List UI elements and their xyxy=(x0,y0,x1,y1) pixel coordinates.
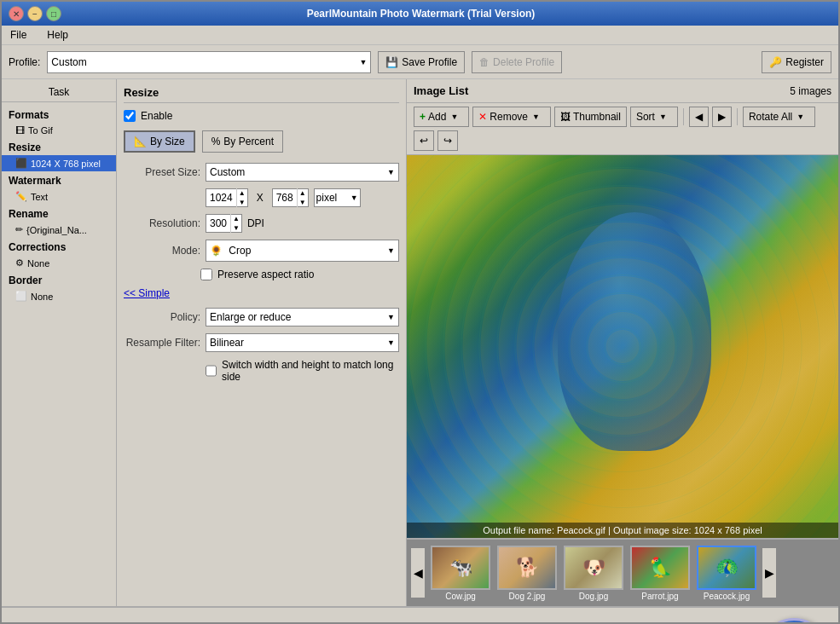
add-dropdown-arrow: ▼ xyxy=(450,113,458,121)
thumb-cow-img: 🐄 xyxy=(431,546,490,590)
section-rename: Rename xyxy=(2,205,116,222)
profile-select[interactable]: Custom ▼ xyxy=(47,51,371,73)
resolution-row: Resolution: 300 ▲ ▼ DPI xyxy=(124,214,399,233)
delete-profile-button[interactable]: 🗑 Delete Profile xyxy=(472,51,562,73)
switch-row: Switch width and height to match long si… xyxy=(124,359,399,383)
unit-dropdown-arrow: ▼ xyxy=(350,194,358,202)
width-up-arrow[interactable]: ▲ xyxy=(237,188,247,198)
thumb-dog2-img: 🐕 xyxy=(497,546,557,590)
resample-select[interactable]: Bilinear ▼ xyxy=(206,333,399,352)
sidebar-item-corrections[interactable]: ⚙ None xyxy=(2,255,116,271)
maximize-btn[interactable]: □ xyxy=(46,6,61,21)
sort-dropdown-arrow: ▼ xyxy=(659,113,667,121)
add-icon: + xyxy=(420,111,426,123)
mode-select[interactable]: 🌻 Crop ▼ xyxy=(206,240,399,262)
add-button[interactable]: + Add ▼ xyxy=(414,107,469,127)
height-up-arrow[interactable]: ▲ xyxy=(298,188,308,198)
rotate-left-button[interactable]: ↩ xyxy=(414,130,434,151)
preserve-label: Preserve aspect ratio xyxy=(217,269,314,280)
start-button[interactable]: START xyxy=(760,618,828,625)
thumbnail-cow[interactable]: 🐄 Cow.jpg xyxy=(429,544,492,603)
text-icon: ✏️ xyxy=(15,191,27,202)
sidebar-item-border[interactable]: ⬜ None xyxy=(2,288,116,304)
section-corrections: Corrections xyxy=(2,238,116,255)
sidebar-item-resize[interactable]: ⬛ 1024 X 768 pixel xyxy=(2,155,116,171)
height-down-arrow[interactable]: ▼ xyxy=(298,198,308,207)
preserve-checkbox[interactable] xyxy=(200,269,212,280)
resize-icon: ⬛ xyxy=(15,158,27,169)
thumb-dog2-label: Dog 2.jpg xyxy=(509,592,546,601)
thumb-dog-img: 🐶 xyxy=(564,546,623,590)
center-panel: Resize Enable 📐 By Size % By Percent Pre… xyxy=(117,79,407,606)
rotate-right-button[interactable]: ↪ xyxy=(437,130,458,151)
preset-dropdown-arrow: ▼ xyxy=(387,168,395,176)
thumbnail-button[interactable]: 🖼 Thumbnail xyxy=(554,107,627,127)
image-list-title: Image List xyxy=(414,84,468,97)
percent-icon: % xyxy=(211,136,221,147)
close-btn[interactable]: ✕ xyxy=(9,6,24,21)
delete-icon: 🗑 xyxy=(479,56,490,68)
thumb-parrot-label: Parrot.jpg xyxy=(641,592,678,601)
resample-label: Resample Filter: xyxy=(124,337,200,349)
switch-label: Switch width and height to match long si… xyxy=(222,359,399,383)
remove-icon: ✕ xyxy=(478,111,487,123)
toolbar-separator2 xyxy=(737,108,738,125)
save-profile-button[interactable]: 💾 Save Profile xyxy=(378,51,465,73)
width-down-arrow[interactable]: ▼ xyxy=(237,198,247,207)
section-formats: Formats xyxy=(2,106,116,123)
right-panel: Image List 5 images + Add ▼ ✕ Remove ▼ 🖼… xyxy=(407,79,838,606)
thumb-peacock-label: Peacock.jpg xyxy=(704,592,750,601)
thumb-dog-label: Dog.jpg xyxy=(579,592,608,601)
thumbnail-dog2[interactable]: 🐕 Dog 2.jpg xyxy=(495,544,559,603)
height-input[interactable]: 768 ▲ ▼ xyxy=(272,188,309,207)
thumbnail-parrot[interactable]: 🦜 Parrot.jpg xyxy=(629,544,692,603)
switch-checkbox[interactable] xyxy=(206,365,217,377)
remove-button[interactable]: ✕ Remove ▼ xyxy=(472,107,551,127)
minimize-btn[interactable]: − xyxy=(27,6,43,21)
bottom-panel: Convert Destination Folder: F:\Files ▼ 📁… xyxy=(2,606,838,624)
dimension-row: 1024 ▲ ▼ X 768 ▲ ▼ pixel ▼ xyxy=(206,188,399,207)
unit-select[interactable]: pixel ▼ xyxy=(314,188,361,207)
policy-row: Policy: Enlarge or reduce ▼ xyxy=(124,308,399,326)
resize-panel-title: Resize xyxy=(124,86,399,103)
thumbnail-peacock[interactable]: 🦚 Peacock.jpg xyxy=(695,544,758,603)
sidebar-item-rename[interactable]: ✏ {Original_Na... xyxy=(2,222,116,238)
res-down-arrow[interactable]: ▼ xyxy=(231,223,241,233)
prev-arrow-button[interactable]: ◀ xyxy=(689,107,709,127)
save-icon: 💾 xyxy=(385,56,398,68)
size-buttons: 📐 By Size % By Percent xyxy=(124,130,399,153)
thumbnails-bar: ◀ 🐄 Cow.jpg 🐕 Dog 2.jpg 🐶 Dog.jpg xyxy=(407,538,838,606)
scroll-left-button[interactable]: ◀ xyxy=(410,547,426,598)
mode-row: Mode: 🌻 Crop ▼ xyxy=(124,240,399,262)
rotate-dropdown-arrow: ▼ xyxy=(797,113,804,121)
menu-file[interactable]: File xyxy=(5,27,32,43)
scroll-right-button[interactable]: ▶ xyxy=(762,547,777,598)
width-input[interactable]: 1024 ▲ ▼ xyxy=(206,188,248,207)
resolution-input[interactable]: 300 ▲ ▼ xyxy=(206,214,242,233)
res-up-arrow[interactable]: ▲ xyxy=(231,214,241,223)
register-button[interactable]: 🔑 Register xyxy=(762,51,831,73)
size-icon: 📐 xyxy=(134,136,147,147)
sort-button[interactable]: Sort ▼ xyxy=(630,107,678,127)
menu-help[interactable]: Help xyxy=(42,27,73,43)
resample-dropdown-arrow: ▼ xyxy=(387,338,395,347)
task-header: Task xyxy=(2,83,116,102)
by-size-button[interactable]: 📐 By Size xyxy=(124,130,195,153)
section-resize: Resize xyxy=(2,138,116,155)
thumb-peacock-img: 🦚 xyxy=(697,546,756,590)
border-icon: ⬜ xyxy=(15,291,27,302)
next-arrow-button[interactable]: ▶ xyxy=(712,107,732,127)
preset-size-select[interactable]: Custom ▼ xyxy=(206,163,399,182)
thumbnail-dog[interactable]: 🐶 Dog.jpg xyxy=(562,544,625,603)
policy-select[interactable]: Enlarge or reduce ▼ xyxy=(206,308,399,326)
enable-checkbox[interactable] xyxy=(124,110,136,122)
window-controls[interactable]: ✕ − □ xyxy=(9,6,61,21)
main-content: Task Formats 🎞 To Gif Resize ⬛ 1024 X 76… xyxy=(2,79,838,606)
corrections-icon: ⚙ xyxy=(15,257,24,269)
by-percent-button[interactable]: % By Percent xyxy=(202,130,283,153)
sidebar-item-text[interactable]: ✏️ Text xyxy=(2,188,116,205)
sidebar-item-to-gif[interactable]: 🎞 To Gif xyxy=(2,123,116,138)
simple-link[interactable]: << Simple xyxy=(124,287,399,299)
rotate-all-button[interactable]: Rotate All ▼ xyxy=(743,107,815,127)
crop-icon: 🌻 xyxy=(210,245,223,257)
